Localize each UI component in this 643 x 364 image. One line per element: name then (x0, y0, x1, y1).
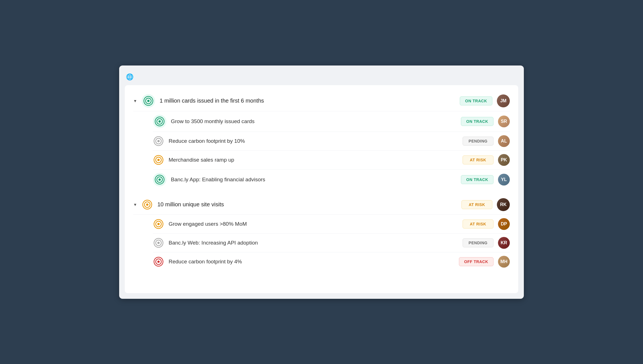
svg-point-2 (147, 100, 150, 102)
status-badge: OFF TRACK (459, 257, 493, 266)
status-badge: AT RISK (463, 155, 493, 164)
sub-goal-row: Merchandise sales ramp upAT RISKPK (153, 151, 510, 169)
status-badge: ON TRACK (461, 117, 493, 126)
avatar: KR (498, 237, 510, 249)
goal-status-icon (153, 237, 164, 248)
sub-goals-container: Grow engaged users >80% MoMAT RISKDPBanc… (153, 215, 510, 271)
goal-status-icon (153, 173, 166, 186)
status-badge: PENDING (463, 137, 493, 146)
goal-status-icon (142, 94, 155, 108)
svg-point-11 (157, 159, 160, 161)
status-badge: ON TRACK (460, 96, 492, 105)
sub-goal-row: Grow to 3500 monthly issued cardsON TRAC… (153, 111, 510, 132)
goal-status-icon (153, 218, 164, 230)
goal-text: Grow engaged users >80% MoM (169, 221, 463, 227)
svg-point-8 (157, 140, 160, 142)
avatar: AL (498, 135, 510, 147)
status-badge: PENDING (463, 238, 493, 247)
goal-text: 1 million cards issued in the first 6 mo… (160, 98, 460, 104)
status-badge: ON TRACK (461, 175, 493, 184)
avatar: DP (498, 218, 510, 230)
goal-status-icon (153, 256, 164, 267)
goal-status-icon (142, 199, 153, 210)
status-badge: AT RISK (461, 200, 492, 209)
main-window: 🌐 ▼1 million cards issued in the first 6… (119, 65, 524, 299)
goal-text: 10 million unique site visits (157, 201, 461, 208)
goal-text: Banc.ly App: Enabling financial advisors (171, 177, 461, 183)
avatar: SR (498, 116, 510, 127)
goal-group-1: ▼10 million unique site visitsAT RISKRKG… (133, 195, 510, 271)
parent-goal-row: ▼1 million cards issued in the first 6 m… (133, 91, 510, 111)
sub-goal-row: Reduce carbon footprint by 10%PENDINGAL (153, 132, 510, 151)
svg-point-17 (146, 204, 148, 206)
goal-status-icon (153, 154, 164, 166)
chevron-icon[interactable]: ▼ (133, 99, 142, 103)
svg-point-23 (157, 242, 160, 244)
sub-goal-row: Banc.ly Web: Increasing API adoptionPEND… (153, 234, 510, 252)
avatar: JM (497, 94, 510, 107)
sub-goals-container: Grow to 3500 monthly issued cardsON TRAC… (153, 111, 510, 190)
goal-text: Reduce carbon footprint by 4% (169, 259, 459, 265)
sub-goal-row: Grow engaged users >80% MoMAT RISKDP (153, 215, 510, 234)
sub-goal-row: Banc.ly App: Enabling financial advisors… (153, 169, 510, 190)
goal-group-0: ▼1 million cards issued in the first 6 m… (133, 91, 510, 190)
sub-goal-row: Reduce carbon footprint by 4%OFF TRACKMH (153, 252, 510, 271)
avatar: MH (498, 256, 510, 268)
goal-text: Banc.ly Web: Increasing API adoption (169, 240, 463, 246)
globe-icon: 🌐 (126, 73, 133, 81)
chevron-icon[interactable]: ▼ (133, 202, 142, 207)
content-area: ▼1 million cards issued in the first 6 m… (125, 85, 518, 293)
svg-point-20 (157, 223, 160, 225)
group-divider (133, 193, 510, 195)
avatar: YL (498, 174, 510, 186)
goal-text: Merchandise sales ramp up (169, 157, 463, 163)
avatar: RK (497, 198, 510, 211)
page-header: 🌐 (125, 71, 518, 85)
goal-text: Reduce carbon footprint by 10% (169, 138, 463, 144)
goal-status-icon (153, 135, 164, 147)
goal-text: Grow to 3500 monthly issued cards (171, 118, 461, 125)
parent-goal-row: ▼10 million unique site visitsAT RISKRK (133, 195, 510, 215)
goal-status-icon (153, 115, 166, 128)
svg-point-14 (159, 178, 161, 181)
status-badge: AT RISK (463, 220, 493, 229)
svg-point-5 (159, 120, 161, 123)
avatar: PK (498, 154, 510, 166)
svg-point-26 (157, 261, 160, 263)
